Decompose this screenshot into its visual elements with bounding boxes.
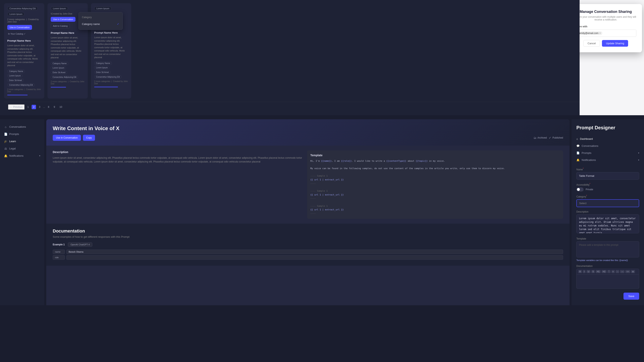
cancel-modal-btn[interactable]: Cancel xyxy=(584,40,600,47)
doc-tool-bullet[interactable]: :- xyxy=(616,270,619,273)
tag-consectetur-tag-1[interactable]: Consectetur Adipiscing Elit xyxy=(7,83,34,87)
tag-dolor-2[interactable]: Dolor Sit Amet xyxy=(51,71,67,74)
accessibility-field-label: Accessibility* xyxy=(576,183,639,186)
tag-consectetur-tag-3[interactable]: Consectetur Adipiscing Elit xyxy=(94,75,122,79)
conversation-sidebar: New Conversation Started about 2 hours a… xyxy=(580,0,644,115)
modal-title: Manage Conversation Sharing xyxy=(580,10,636,14)
prompt-card-1: Consectetur Adipiscing Elit Lorem Ipsum … xyxy=(4,3,44,98)
page-btn-10[interactable]: 10 xyxy=(58,105,64,109)
template-section-label: Template xyxy=(310,154,560,157)
sharing-modal: Manage Conversation Sharing Share your c… xyxy=(580,4,642,52)
dropdown-header: Category xyxy=(79,15,122,21)
prompts-expand-icon: ▾ xyxy=(638,152,639,154)
in-catalog-btn-1[interactable]: In Your Catalog ✓ xyxy=(7,31,26,36)
tag-consectetur-tag-2[interactable]: Consectetur Adipiscing Elit xyxy=(51,75,78,79)
email-tag: emily@email.com × xyxy=(580,31,602,35)
use-in-conversation-btn-2[interactable]: Use in Conversation xyxy=(51,17,76,22)
right-nav-notifications[interactable]: 🔔 Notifications ▾ xyxy=(576,156,639,163)
bell2-icon: 🔔 xyxy=(576,158,580,161)
page-btn-1[interactable]: 1 xyxy=(26,105,30,109)
sidebar-item-legal[interactable]: ⚖ Legal xyxy=(0,145,44,152)
sidebar-item-prompts[interactable]: 📄 Prompts xyxy=(0,130,44,138)
right-nav-conversations[interactable]: 💬 Conversations xyxy=(576,142,639,149)
page-btn-9[interactable]: 9 xyxy=(52,105,57,109)
doc-tool-quote[interactable]: " xyxy=(607,270,610,273)
sidebar-item-notifications[interactable]: 🔔 Notifications ▾ xyxy=(0,152,44,159)
page-btn-3[interactable]: 3 xyxy=(37,105,42,109)
use-in-conv-main-btn[interactable]: Use in Conversation xyxy=(53,135,81,141)
left-sidebar: ⌂ Conversations 📄 Prompts 🎓 Learn ⚖ Lega… xyxy=(0,119,44,305)
update-sharing-btn[interactable]: Update Sharing xyxy=(602,40,628,47)
tag-category-1[interactable]: Category Name xyxy=(7,70,25,73)
param-key-name: name xyxy=(53,250,65,254)
doc-tool-hr[interactable]: — xyxy=(620,270,624,273)
page-btn-8[interactable]: 8 xyxy=(46,105,51,109)
home-icon: ⌂ xyxy=(4,125,7,128)
doc-tool-u[interactable]: U xyxy=(586,270,590,273)
doc-tool-i[interactable]: I xyxy=(583,270,586,273)
name-input[interactable] xyxy=(576,172,639,180)
description-section-label: Description xyxy=(53,150,302,154)
doc-tool-h1[interactable]: H1 xyxy=(596,270,601,273)
description-textarea[interactable]: Lorem ipsum dolor sit amet, consectetur … xyxy=(576,214,639,233)
progress-bar-2 xyxy=(51,87,66,87)
tag-dolor-1[interactable]: Dolor Sit Amet xyxy=(7,79,24,82)
card-body-1: Lorem ipsum dolor sit amet, consectetur … xyxy=(7,44,41,67)
page-btn-2[interactable]: 2 xyxy=(32,105,36,109)
category-dropdown[interactable]: Category Category name ✓ xyxy=(78,12,123,30)
param-key-role: role xyxy=(53,255,65,260)
category-field-label: Category* xyxy=(576,195,639,198)
doc-tool-table[interactable]: ⊞ xyxy=(631,270,635,273)
right-nav-prompts[interactable]: 📄 Prompts ▾ xyxy=(576,149,639,156)
card-footer-3: 2 more categories | Created by John Doe xyxy=(94,80,128,85)
email-remove-icon[interactable]: × xyxy=(599,32,601,34)
learn-icon: 🎓 xyxy=(4,140,7,143)
right-nav-dashboard[interactable]: ⌂ Dashboard xyxy=(576,135,639,142)
main-content: Write Content in Voice of X Use in Conve… xyxy=(46,119,570,305)
chat-icon: 💬 xyxy=(576,144,580,147)
tag-dolor-3[interactable]: Dolor Sit Amet xyxy=(94,71,111,74)
save-btn[interactable]: Save xyxy=(624,293,639,300)
doc-tool-list[interactable]: ≡ xyxy=(612,270,615,273)
category-select[interactable]: Select xyxy=(576,199,639,207)
sidebar-item-learn[interactable]: 🎓 Learn xyxy=(0,138,44,145)
add-catalog-btn-2[interactable]: Add to Catalog xyxy=(51,23,70,28)
doc-textarea[interactable] xyxy=(576,275,639,289)
param-row-name: name Barack Obama xyxy=(53,250,563,254)
prev-page-btn[interactable]: ← Previous xyxy=(8,104,24,110)
sidebar-label-conversations: Conversations xyxy=(9,125,26,128)
designer-title: Prompt Designer xyxy=(576,125,639,130)
example-model-badge: OpenAI ChatGPT-4 xyxy=(68,242,92,247)
sidebar-label-prompts: Prompts xyxy=(9,132,19,136)
doc-tool-h2[interactable]: H2 xyxy=(602,270,606,273)
description-field-label: Description xyxy=(576,210,639,213)
share-input-field[interactable]: emily@email.com × xyxy=(580,29,636,37)
expand-notifications-icon: ▾ xyxy=(39,155,40,157)
template-input-area[interactable]: Please add a template to this prompt xyxy=(576,241,639,257)
archive-icon: 🗂 xyxy=(534,136,536,139)
prompt-main-title: Write Content in Voice of X xyxy=(53,125,563,131)
private-toggle[interactable] xyxy=(576,187,584,191)
card-footer-1: 2 more categories | Created by John Doe xyxy=(7,88,41,93)
tag-lorem-2[interactable]: Lorem Ipsum xyxy=(51,66,66,70)
card-footer-2: 2 more categories | Created by John Doe xyxy=(51,80,84,85)
example-label: Example 1 xyxy=(53,243,64,246)
page-separator: ... xyxy=(43,106,45,108)
param-row-role: role xyxy=(53,255,563,260)
email-tag-text: emily@email.com xyxy=(580,32,598,34)
dashboard-icon: ⌂ xyxy=(576,137,578,140)
param-table: name Barack Obama role xyxy=(53,250,563,260)
copy-btn[interactable]: Copy xyxy=(83,135,95,141)
use-in-conversation-btn-1[interactable]: Use in Conversation xyxy=(7,25,32,30)
tag-category-2[interactable]: Category Name xyxy=(51,62,68,65)
name-field-label: Name* xyxy=(576,168,639,171)
tag-lorem-3[interactable]: Lorem Ipsum xyxy=(94,66,110,69)
sidebar-item-conversations[interactable]: ⌂ Conversations xyxy=(0,123,44,130)
template-field-label: Template xyxy=(576,237,639,240)
doc-tool-code[interactable]: <> xyxy=(625,270,630,273)
tag-lorem-1[interactable]: Lorem Ipsum xyxy=(7,74,22,77)
doc-tool-s[interactable]: S xyxy=(591,270,595,273)
doc-tool-b[interactable]: B xyxy=(578,270,582,273)
tag-category-3[interactable]: Category Name xyxy=(94,61,112,65)
dropdown-item-category[interactable]: Category name ✓ xyxy=(79,21,122,27)
